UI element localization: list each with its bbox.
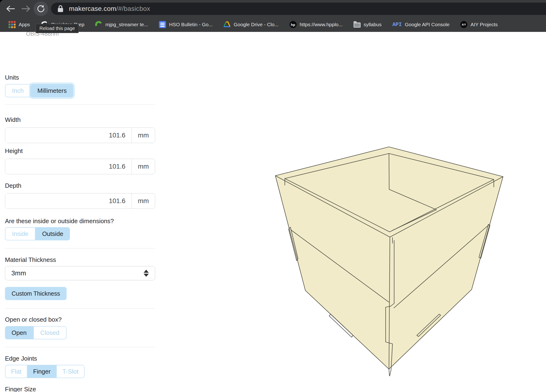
height-label: Height (5, 147, 23, 155)
url-text: makercase.com/#/basicbox (69, 5, 150, 13)
bookmark-syllabus[interactable]: syllabus (354, 21, 382, 28)
divider (5, 104, 155, 105)
google-drive-icon (223, 21, 230, 28)
browser-chrome: makercase.com/#/basicbox Apps Creighton … (0, 0, 546, 32)
units-label: Units (5, 74, 19, 81)
box-option-open[interactable]: Open (5, 326, 33, 339)
depth-label: Depth (5, 182, 21, 189)
units-option-inch[interactable]: Inch (5, 84, 31, 97)
depth-input[interactable] (5, 193, 131, 209)
inside-outside-toggle: Inside Outside (5, 227, 70, 240)
forward-arrow-icon (21, 5, 31, 13)
bookmarks-bar: Apps Creighton Prep mjpg_streamer te... … (0, 17, 546, 32)
aiy-circle-icon: AIY (460, 21, 467, 28)
divider (5, 308, 155, 308)
green-swirl-icon (94, 20, 103, 29)
bookmark-aiy-projects[interactable]: AIY AIY Projects (460, 21, 498, 28)
back-button[interactable] (4, 2, 17, 15)
hp-circle-icon: hp (290, 21, 297, 28)
reload-icon (36, 4, 45, 13)
height-input-group: mm (5, 159, 155, 174)
url-domain: makercase.com (69, 5, 116, 12)
open-closed-label: Open or closed box? (5, 316, 62, 323)
reload-button[interactable] (33, 1, 48, 16)
bookmark-google-drive[interactable]: Google Drive - Clo... (223, 21, 279, 28)
height-unit-suffix: mm (131, 159, 155, 174)
folder-icon (354, 22, 361, 28)
dimension-option-inside[interactable]: Inside (5, 227, 35, 240)
divider (5, 248, 155, 248)
inside-outside-label: Are these inside or outside dimensions? (5, 217, 114, 225)
material-thickness-select[interactable]: 3mm (5, 266, 155, 280)
bookmark-hso-bulletin[interactable]: HSO Bulletin - Go... (159, 21, 213, 28)
depth-unit-suffix: mm (131, 193, 155, 209)
width-input[interactable] (5, 128, 131, 143)
apps-grid-icon (8, 21, 16, 28)
google-docs-icon (159, 21, 166, 28)
dimension-option-outside[interactable]: Outside (35, 227, 70, 240)
height-input[interactable] (5, 159, 131, 174)
bookmark-apps[interactable]: Apps (8, 21, 30, 28)
width-input-group: mm (5, 128, 155, 143)
units-toggle: Inch Millimeters (5, 84, 73, 97)
bookmark-hpplo[interactable]: hp https://www.hpplo... (290, 21, 343, 28)
finger-size-label: Finger Size (5, 386, 36, 392)
edge-joints-label: Edge Joints (5, 355, 37, 362)
browser-toolbar: makercase.com/#/basicbox (0, 0, 546, 17)
material-thickness-value: 3mm (11, 269, 26, 277)
open-closed-toggle: Open Closed (5, 326, 67, 339)
box-option-closed[interactable]: Closed (33, 326, 67, 339)
box-3d-preview[interactable] (260, 128, 546, 392)
address-bar[interactable]: makercase.com/#/basicbox (51, 3, 546, 15)
edge-joints-toggle: Flat Finger T-Slot (5, 365, 84, 378)
width-label: Width (5, 116, 20, 124)
divider (5, 347, 155, 347)
material-thickness-label: Material Thickness (5, 256, 56, 263)
api-icon: API (392, 22, 402, 28)
edge-option-tslot[interactable]: T-Slot (56, 365, 84, 378)
width-unit-suffix: mm (131, 128, 155, 143)
forward-button[interactable] (19, 2, 32, 15)
bookmark-mjpg-streamer[interactable]: mjpg_streamer te... (95, 21, 148, 28)
back-arrow-icon (6, 5, 15, 13)
bookmark-google-api-console[interactable]: API Google API Console (392, 22, 450, 28)
lock-icon (57, 5, 64, 13)
depth-input-group: mm (5, 193, 155, 209)
window-frame: makercase.com/#/basicbox Apps Creighton … (0, 0, 546, 32)
reload-tooltip: Reload this page (36, 24, 79, 33)
makercase-page: OBIS-488nm Units Inch Millimeters Width … (0, 32, 546, 392)
url-path: /#/basicbox (116, 5, 150, 12)
edge-option-finger[interactable]: Finger (27, 365, 56, 378)
units-option-millimeters[interactable]: Millimeters (31, 84, 73, 97)
edge-option-flat[interactable]: Flat (5, 365, 27, 378)
custom-thickness-button[interactable]: Custom Thickness (5, 287, 67, 300)
select-updown-icon (143, 270, 149, 277)
